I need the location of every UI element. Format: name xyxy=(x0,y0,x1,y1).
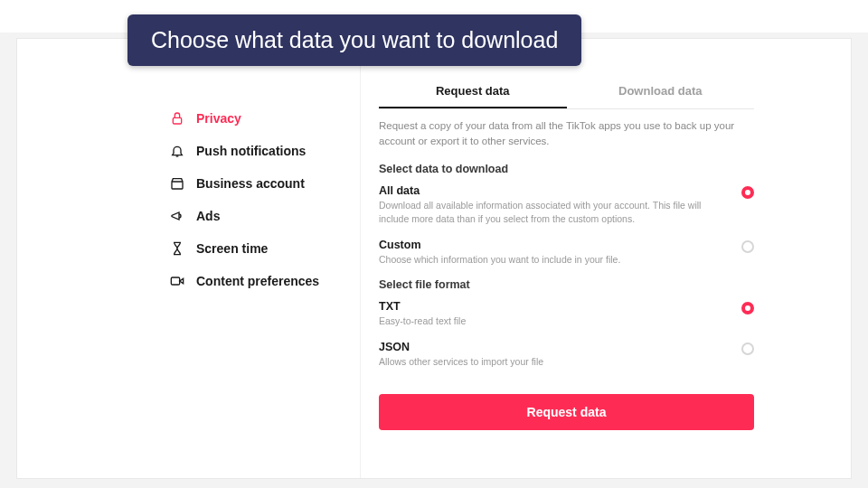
settings-panel: Manage account Privacy Push notification… xyxy=(16,38,852,479)
sidebar-item-push-notifications[interactable]: Push notifications xyxy=(153,135,360,167)
option-all-data[interactable]: All data Download all available informat… xyxy=(379,184,754,225)
sidebar-item-label: Content preferences xyxy=(196,274,319,288)
svg-rect-2 xyxy=(171,277,179,285)
section-file-format: Select file format xyxy=(379,278,754,291)
tabs: Request data Download data xyxy=(379,75,754,109)
sidebar-item-ads[interactable]: Ads xyxy=(153,200,360,232)
radio-txt[interactable] xyxy=(741,302,754,314)
section-select-data: Select data to download xyxy=(379,163,754,175)
sidebar-item-label: Business account xyxy=(196,176,305,191)
request-data-button[interactable]: Request data xyxy=(379,394,754,430)
megaphone-icon xyxy=(169,208,185,224)
svg-rect-1 xyxy=(172,182,183,189)
option-desc: Choose which information you want to inc… xyxy=(379,253,731,267)
intro-text: Request a copy of your data from all the… xyxy=(379,118,754,148)
option-title: TXT xyxy=(379,300,731,313)
sidebar-item-label: Privacy xyxy=(196,111,241,126)
sidebar-item-privacy[interactable]: Privacy xyxy=(153,102,360,135)
option-desc: Allows other services to import your fil… xyxy=(379,355,731,369)
hourglass-icon xyxy=(169,240,185,257)
sidebar-item-content-preferences[interactable]: Content preferences xyxy=(153,265,360,297)
radio-custom[interactable] xyxy=(741,240,754,253)
svg-rect-0 xyxy=(173,117,181,124)
option-title: Custom xyxy=(379,239,731,251)
radio-all-data[interactable] xyxy=(741,186,754,199)
option-txt[interactable]: TXT Easy-to-read text file xyxy=(379,300,754,328)
option-custom[interactable]: Custom Choose which information you want… xyxy=(379,239,754,267)
option-title: JSON xyxy=(379,341,731,353)
option-desc: Easy-to-read text file xyxy=(379,314,731,328)
tab-request-data[interactable]: Request data xyxy=(379,75,567,108)
tab-download-data[interactable]: Download data xyxy=(567,75,755,108)
sidebar-nav: Manage account Privacy Push notification… xyxy=(153,48,361,478)
sidebar-item-label: Ads xyxy=(196,209,220,223)
option-desc: Download all available information assoc… xyxy=(379,199,731,225)
sidebar-item-business-account[interactable]: Business account xyxy=(153,167,360,200)
bell-icon xyxy=(169,143,185,159)
sidebar-item-screen-time[interactable]: Screen time xyxy=(153,232,360,265)
video-icon xyxy=(169,273,185,289)
sidebar-item-label: Screen time xyxy=(196,241,268,256)
option-json[interactable]: JSON Allows other services to import you… xyxy=(379,341,754,369)
option-title: All data xyxy=(379,184,731,197)
sidebar-item-label: Push notifications xyxy=(196,144,306,158)
instruction-callout: Choose what data you want to download xyxy=(127,14,581,66)
main-content: Request data Download data Request a cop… xyxy=(361,48,772,478)
store-icon xyxy=(169,175,185,192)
radio-json[interactable] xyxy=(741,343,754,355)
lock-icon xyxy=(169,110,185,127)
